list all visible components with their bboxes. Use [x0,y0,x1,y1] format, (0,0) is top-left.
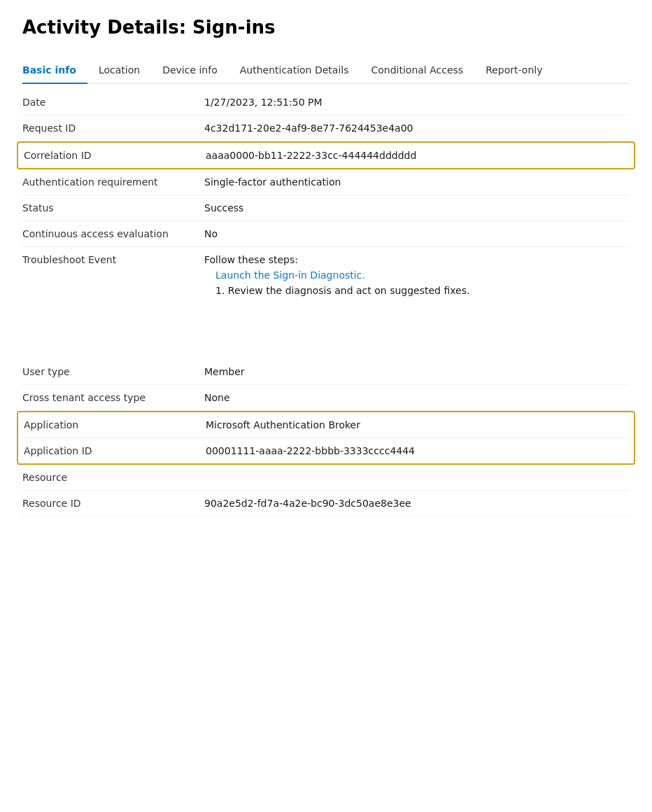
tab-report-only[interactable]: Report-only [474,57,553,84]
application-value: Microsoft Authentication Broker [206,419,628,430]
user-type-row: User type Member [22,359,630,385]
correlation-id-highlight: Correlation ID aaaa0000-bb11-2222-33cc-4… [17,141,635,169]
date-row: Date 1/27/2023, 12:51:50 PM [22,90,630,115]
request-id-row: Request ID 4c32d171-20e2-4af9-8e77-76244… [22,115,630,141]
tab-auth-details[interactable]: Authentication Details [229,57,360,84]
resource-id-row: Resource ID 90a2e5d2-fd7a-4a2e-bc90-3dc5… [22,491,630,517]
correlation-id-label: Correlation ID [24,150,206,161]
application-row: Application Microsoft Authentication Bro… [24,412,628,438]
continuous-access-label: Continuous access evaluation [22,228,204,239]
troubleshoot-label: Troubleshoot Event [22,254,204,265]
status-value: Success [204,202,630,214]
status-row: Status Success [22,195,630,221]
application-id-value: 00001111-aaaa-2222-bbbb-3333cccc4444 [206,445,628,456]
tab-basic-info[interactable]: Basic info [22,57,87,84]
status-label: Status [22,202,204,214]
auth-requirement-row: Authentication requirement Single-factor… [22,169,630,195]
request-id-label: Request ID [22,122,204,134]
resource-id-label: Resource ID [22,498,204,509]
auth-requirement-label: Authentication requirement [22,176,204,188]
resource-label: Resource [22,472,204,483]
tab-conditional-access[interactable]: Conditional Access [360,57,474,84]
user-type-label: User type [22,366,204,377]
tab-device-info[interactable]: Device info [151,57,229,84]
troubleshoot-row: Troubleshoot Event Follow these steps: L… [22,247,630,303]
continuous-access-value: No [204,228,630,239]
page-title: Activity Details: Sign-ins [22,17,630,38]
user-type-value: Member [204,366,630,377]
tab-bar: Basic info Location Device info Authenti… [22,57,630,84]
application-highlight: Application Microsoft Authentication Bro… [17,411,635,465]
troubleshoot-value: Follow these steps: Launch the Sign-in D… [204,254,630,296]
troubleshoot-link[interactable]: Launch the Sign-in Diagnostic. [204,270,630,281]
application-id-label: Application ID [24,445,206,456]
continuous-access-row: Continuous access evaluation No [22,221,630,247]
cross-tenant-label: Cross tenant access type [22,392,204,403]
resource-row: Resource [22,465,630,491]
resource-id-value: 90a2e5d2-fd7a-4a2e-bc90-3dc50ae8e3ee [204,498,630,509]
correlation-id-value: aaaa0000-bb11-2222-33cc-444444dddddd [206,150,628,161]
correlation-id-row: Correlation ID aaaa0000-bb11-2222-33cc-4… [24,143,628,168]
cross-tenant-value: None [204,392,630,403]
troubleshoot-step1: 1. Review the diagnosis and act on sugge… [204,285,630,296]
date-value: 1/27/2023, 12:51:50 PM [204,97,630,108]
troubleshoot-follow-text: Follow these steps: [204,254,630,265]
cross-tenant-row: Cross tenant access type None [22,385,630,411]
application-label: Application [24,419,206,430]
auth-requirement-value: Single-factor authentication [204,176,630,188]
application-id-row: Application ID 00001111-aaaa-2222-bbbb-3… [24,438,628,463]
request-id-value: 4c32d171-20e2-4af9-8e77-7624453e4a00 [204,122,630,134]
date-label: Date [22,97,204,108]
tab-location[interactable]: Location [87,57,151,84]
content-area: Date 1/27/2023, 12:51:50 PM Request ID 4… [22,84,630,517]
